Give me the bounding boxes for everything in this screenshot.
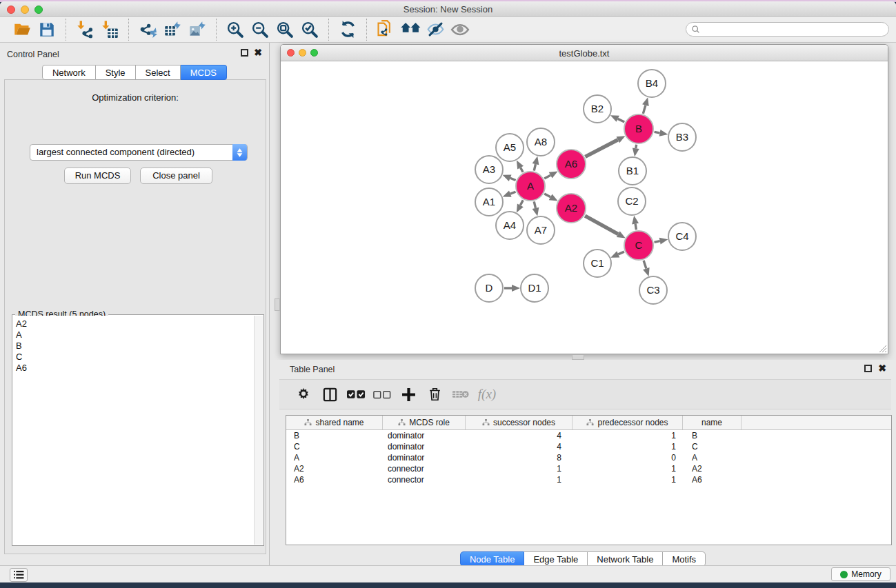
cell[interactable]: A6 xyxy=(683,474,741,485)
node-C4[interactable]: C4 xyxy=(668,223,696,250)
edge-B-B1[interactable] xyxy=(636,145,637,149)
column-header-MCDS-role[interactable]: MCDS role xyxy=(383,416,466,429)
duplicate-network-icon[interactable] xyxy=(375,19,396,40)
edge-B-B3[interactable] xyxy=(655,132,660,133)
cell[interactable]: A xyxy=(683,452,741,463)
cell[interactable]: connector xyxy=(383,463,466,474)
add-column-icon[interactable] xyxy=(397,384,420,405)
edge-C-C1[interactable] xyxy=(618,252,624,254)
cell[interactable]: 4 xyxy=(466,441,573,452)
float-table-panel-icon[interactable] xyxy=(864,365,872,372)
cell[interactable]: 8 xyxy=(466,452,573,463)
cell[interactable]: dominator xyxy=(383,441,466,452)
node-A1[interactable]: A1 xyxy=(475,188,503,216)
edge-A-A5[interactable] xyxy=(521,168,524,172)
cell[interactable]: B xyxy=(286,430,383,441)
save-session-icon[interactable] xyxy=(37,19,57,40)
deselect-all-icon[interactable] xyxy=(370,384,394,405)
cell[interactable]: C xyxy=(683,441,741,452)
run-mcds-button[interactable]: Run MCDS xyxy=(64,168,131,184)
column-header-shared-name[interactable]: shared name xyxy=(286,416,383,429)
optimization-criterion-select[interactable]: largest connected component (directed) xyxy=(30,144,248,161)
cell[interactable]: A2 xyxy=(286,463,383,474)
edge-A-A3[interactable] xyxy=(510,178,516,180)
edge-C-C3[interactable] xyxy=(644,261,646,269)
tab-network-table[interactable]: Network Table xyxy=(588,551,663,567)
node-A3[interactable]: A3 xyxy=(475,156,503,183)
node-C1[interactable]: C1 xyxy=(584,250,611,277)
tab-network[interactable]: Network xyxy=(42,65,96,80)
result-list-item[interactable]: A2 xyxy=(16,318,254,330)
tab-select[interactable]: Select xyxy=(136,65,181,80)
table-row[interactable]: Adominator80A xyxy=(286,452,891,463)
tab-style[interactable]: Style xyxy=(96,65,136,80)
node-D[interactable]: D xyxy=(475,274,503,302)
tab-edge-table[interactable]: Edge Table xyxy=(524,551,588,567)
settings-gear-icon[interactable] xyxy=(292,384,315,405)
close-panel-button[interactable]: Close panel xyxy=(140,168,212,184)
node-B[interactable]: B xyxy=(624,114,653,143)
search-input[interactable] xyxy=(700,25,888,34)
zoom-fit-icon[interactable] xyxy=(275,19,295,40)
resize-grip-icon[interactable] xyxy=(879,345,887,353)
cell[interactable]: B xyxy=(683,430,741,441)
refresh-icon[interactable] xyxy=(337,19,358,40)
cell[interactable]: dominator xyxy=(383,430,466,441)
result-list-item[interactable]: C xyxy=(16,352,254,363)
show-panel-eye-icon[interactable] xyxy=(450,19,470,40)
column-header-successor-nodes[interactable]: successor nodes xyxy=(466,416,573,429)
edge-B-B2[interactable] xyxy=(618,119,625,122)
tab-mcds[interactable]: MCDS xyxy=(181,65,227,80)
edge-A-A2[interactable] xyxy=(544,194,550,197)
cell[interactable]: 0 xyxy=(573,452,683,463)
close-table-panel-icon[interactable]: ✖ xyxy=(878,365,886,372)
import-network-icon[interactable] xyxy=(74,19,95,40)
edge-A-A6[interactable] xyxy=(544,175,550,179)
edge-C-C2[interactable] xyxy=(635,224,636,230)
cell[interactable]: 1 xyxy=(573,463,683,474)
edge-A-A1[interactable] xyxy=(510,192,516,194)
node-B4[interactable]: B4 xyxy=(638,70,666,97)
select-all-icon[interactable] xyxy=(344,384,368,405)
result-scrollbar[interactable] xyxy=(254,316,263,545)
cell[interactable]: dominator xyxy=(383,452,466,463)
result-list-item[interactable]: B xyxy=(16,341,254,352)
close-panel-icon[interactable]: ✖ xyxy=(254,49,262,57)
mcds-result-list[interactable]: A2ABCA6 xyxy=(13,316,254,545)
tab-node-table[interactable]: Node Table xyxy=(460,551,525,567)
cell[interactable]: A xyxy=(286,452,383,463)
column-header-name[interactable]: name xyxy=(683,416,741,429)
show-columns-icon[interactable] xyxy=(318,384,341,405)
cell[interactable]: 1 xyxy=(573,441,683,452)
table-row[interactable]: A2connector11A2 xyxy=(286,463,891,474)
import-table-icon[interactable] xyxy=(99,19,120,40)
cell[interactable]: A6 xyxy=(286,474,383,485)
node-A8[interactable]: A8 xyxy=(527,128,555,156)
node-A6[interactable]: A6 xyxy=(557,150,586,179)
result-list-item[interactable]: A6 xyxy=(16,363,254,374)
open-session-icon[interactable] xyxy=(12,19,32,40)
export-network-icon[interactable] xyxy=(137,19,158,40)
column-header-predecessor-nodes[interactable]: predecessor nodes xyxy=(573,416,683,429)
node-A2[interactable]: A2 xyxy=(557,194,586,223)
network-canvas[interactable]: B4B2BB3B1A5A8A6A3AA1C2A4A7A2CC4C1C3DD1 xyxy=(281,61,888,354)
task-history-button[interactable] xyxy=(10,568,28,582)
home-icon[interactable] xyxy=(400,19,421,40)
clear-table-icon[interactable] xyxy=(449,384,472,405)
tab-motifs[interactable]: Motifs xyxy=(663,551,706,567)
node-D1[interactable]: D1 xyxy=(521,274,548,302)
cell[interactable]: C xyxy=(286,441,383,452)
panel-splitter-handle[interactable] xyxy=(275,298,280,311)
export-table-icon[interactable] xyxy=(162,19,183,40)
cell[interactable]: 4 xyxy=(466,430,573,441)
horizontal-splitter-handle[interactable] xyxy=(572,354,584,360)
node-B3[interactable]: B3 xyxy=(668,123,696,151)
edge-A6-B[interactable] xyxy=(585,140,617,157)
result-list-item[interactable]: A xyxy=(16,330,254,341)
float-panel-icon[interactable] xyxy=(241,49,248,57)
edge-A-A4[interactable] xyxy=(520,200,523,205)
edge-C-C4[interactable] xyxy=(655,241,660,243)
edge-A2-C[interactable] xyxy=(585,216,618,234)
memory-button[interactable]: Memory xyxy=(831,567,890,581)
zoom-out-icon[interactable] xyxy=(250,19,270,40)
